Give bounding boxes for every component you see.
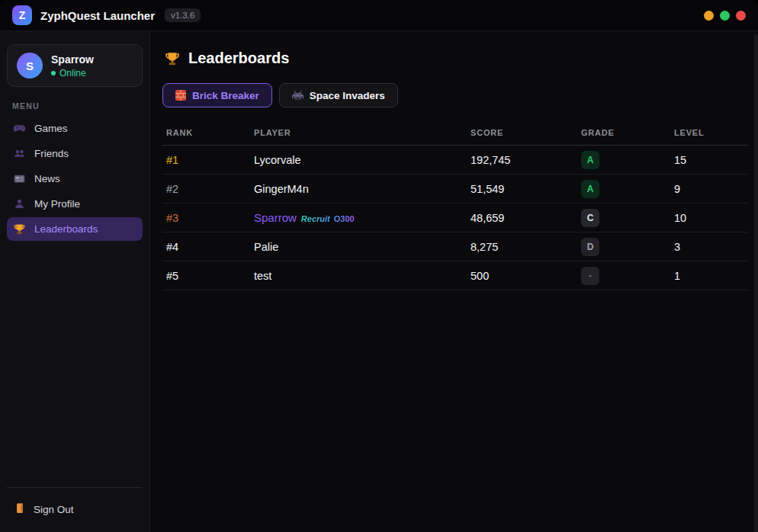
rank-cell: #3 <box>162 212 254 224</box>
rank-cell: #1 <box>162 154 254 166</box>
trophy-icon <box>164 50 181 67</box>
news-icon <box>13 172 26 185</box>
score-cell: 8,275 <box>471 241 581 253</box>
table-row: #2 GingerM4n 51,549 A 9 <box>162 175 748 204</box>
main-panel: Leaderboards Brick Breaker Space Invader… <box>150 31 758 532</box>
sidebar-item-label: Friends <box>34 148 69 159</box>
profile-name: Sparrow <box>51 53 94 66</box>
level-cell: 1 <box>674 270 748 282</box>
title-bar: Z ZyphQuest Launcher v1.3.6 <box>0 0 758 31</box>
column-header-score: SCORE <box>471 128 581 137</box>
sidebar-item-label: Games <box>34 123 68 134</box>
table-row-current-user: #3 SparrowRecruitO300 48,659 C 10 <box>162 204 748 232</box>
player-cell: GingerM4n <box>254 183 471 195</box>
app-window: Z ZyphQuest Launcher v1.3.6 S Sparrow On… <box>0 0 758 532</box>
game-tabs: Brick Breaker Space Invaders <box>162 83 748 107</box>
app-logo-icon: Z <box>12 5 32 25</box>
sidebar: S Sparrow Online MENU Games <box>0 31 150 532</box>
close-button[interactable] <box>736 11 746 21</box>
alien-icon <box>292 91 304 100</box>
player-title-badge: Recruit <box>301 214 330 223</box>
score-cell: 48,659 <box>471 212 581 224</box>
rank-cell: #5 <box>162 270 254 282</box>
sidebar-item-label: My Profile <box>34 198 80 210</box>
column-header-level: LEVEL <box>674 128 748 137</box>
tab-space-invaders[interactable]: Space Invaders <box>279 83 398 107</box>
grade-badge: - <box>581 267 599 285</box>
column-header-rank: RANK <box>162 128 254 137</box>
door-exit-icon <box>13 502 26 517</box>
score-cell: 51,549 <box>471 183 581 195</box>
tab-brick-breaker[interactable]: Brick Breaker <box>162 83 272 107</box>
grade-badge: A <box>581 151 599 169</box>
score-cell: 192,745 <box>471 154 581 166</box>
column-header-grade: GRADE <box>581 128 674 137</box>
table-row: #1 Lycorvale 192,745 A 15 <box>162 146 748 175</box>
level-cell: 10 <box>674 212 748 224</box>
user-icon <box>13 197 26 210</box>
tab-label: Space Invaders <box>310 90 385 101</box>
player-cell: Palie <box>254 241 471 253</box>
app-title: ZyphQuest Launcher <box>40 9 155 22</box>
online-status-icon <box>51 71 56 75</box>
sidebar-item-games[interactable]: Games <box>7 117 143 140</box>
profile-card[interactable]: S Sparrow Online <box>7 44 143 87</box>
rank-cell: #2 <box>162 183 254 195</box>
grade-badge: D <box>581 238 599 256</box>
table-header-row: RANK PLAYER SCORE GRADE LEVEL <box>162 128 748 146</box>
brick-icon <box>175 90 186 101</box>
sidebar-item-friends[interactable]: Friends <box>7 142 143 165</box>
sidebar-item-my-profile[interactable]: My Profile <box>7 192 143 216</box>
player-cell: Lycorvale <box>254 154 471 166</box>
friends-icon <box>13 147 26 160</box>
trophy-icon <box>13 223 26 236</box>
sidebar-item-label: Leaderboards <box>34 223 98 235</box>
player-tag-badge: O300 <box>334 214 355 223</box>
score-cell: 500 <box>471 270 581 282</box>
sidebar-item-leaderboards[interactable]: Leaderboards <box>7 217 143 241</box>
profile-status: Online <box>59 68 86 79</box>
sign-out-button[interactable]: Sign Out <box>7 498 143 521</box>
gamepad-icon <box>13 122 26 135</box>
sidebar-item-label: News <box>34 173 60 184</box>
grade-badge: C <box>581 209 599 227</box>
sign-out-label: Sign Out <box>34 504 74 515</box>
sidebar-item-news[interactable]: News <box>7 167 143 191</box>
player-name: Sparrow <box>254 211 297 224</box>
sidebar-spacer <box>7 242 143 487</box>
minimize-button[interactable] <box>704 11 714 21</box>
level-cell: 9 <box>674 183 748 195</box>
table-row: #4 Palie 8,275 D 3 <box>162 232 748 261</box>
column-header-player: PLAYER <box>254 128 471 137</box>
avatar: S <box>17 53 43 79</box>
window-controls <box>704 11 746 21</box>
player-cell: SparrowRecruitO300 <box>254 211 471 224</box>
leaderboard-table: RANK PLAYER SCORE GRADE LEVEL #1 Lycorva… <box>162 128 748 290</box>
version-badge: v1.3.6 <box>165 8 201 22</box>
maximize-button[interactable] <box>720 11 730 21</box>
content-area: S Sparrow Online MENU Games <box>0 31 758 532</box>
level-cell: 3 <box>674 241 748 253</box>
sidebar-divider <box>7 487 143 488</box>
grade-badge: A <box>581 180 599 198</box>
scrollbar[interactable] <box>754 34 758 532</box>
level-cell: 15 <box>674 154 748 166</box>
menu-section-label: MENU <box>12 101 143 111</box>
tab-label: Brick Breaker <box>192 90 259 101</box>
rank-cell: #4 <box>162 241 254 253</box>
player-cell: test <box>254 270 471 282</box>
page-title: Leaderboards <box>188 50 289 67</box>
table-row: #5 test 500 - 1 <box>162 261 748 290</box>
